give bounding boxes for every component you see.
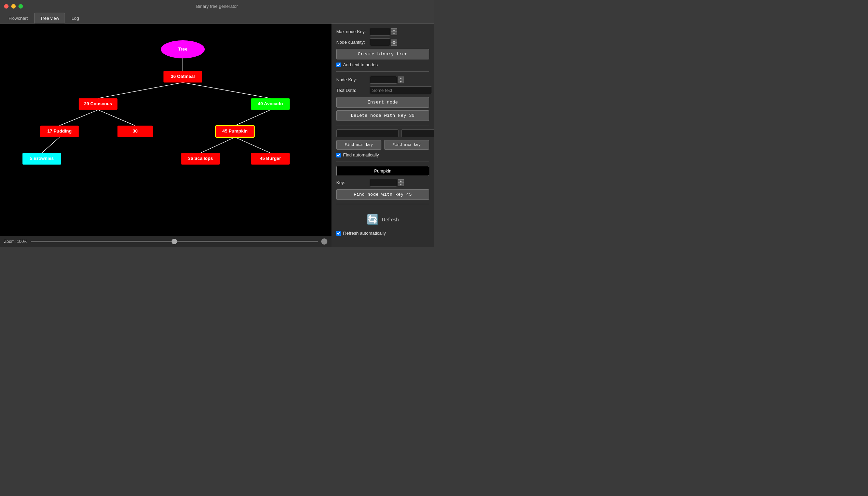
node-quantity-down[interactable]: ▼ bbox=[391, 42, 397, 46]
svg-line-8 bbox=[235, 137, 271, 153]
svg-text:5 Brownies: 5 Brownies bbox=[30, 156, 54, 161]
refresh-auto-row: Refresh automatically bbox=[336, 231, 429, 236]
min-max-inputs: 5 49 bbox=[336, 129, 429, 137]
find-auto-checkbox[interactable] bbox=[336, 153, 341, 157]
create-tree-button[interactable]: Create binary tree bbox=[336, 49, 429, 59]
tree-node-n30[interactable]: 30 bbox=[118, 126, 153, 137]
add-text-label: Add text to nodes bbox=[343, 62, 378, 67]
find-result-display: Pumpkin bbox=[336, 166, 429, 176]
node-key-row: Node Key: 30 ▲ ▼ bbox=[336, 76, 429, 84]
svg-text:36 Scallops: 36 Scallops bbox=[188, 156, 213, 161]
svg-text:36 Oatmeal: 36 Oatmeal bbox=[171, 74, 195, 79]
node-quantity-row: Node quantity: 10 ▲ ▼ bbox=[336, 38, 429, 46]
svg-line-5 bbox=[235, 110, 271, 126]
node-quantity-spin-btns: ▲ ▼ bbox=[391, 39, 397, 46]
delete-node-button[interactable]: Delete node with key 30 bbox=[336, 110, 429, 121]
find-min-button[interactable]: Find min key bbox=[336, 140, 381, 150]
find-node-button[interactable]: Find node with key 45 bbox=[336, 189, 429, 200]
max-node-key-down[interactable]: ▼ bbox=[391, 32, 397, 35]
minimize-button[interactable] bbox=[11, 4, 16, 9]
svg-text:45 Burger: 45 Burger bbox=[260, 156, 281, 161]
node-key-up[interactable]: ▲ bbox=[398, 77, 404, 80]
close-button[interactable] bbox=[4, 4, 9, 9]
tree-node-n45b[interactable]: 45 Burger bbox=[251, 153, 290, 165]
refresh-auto-checkbox[interactable] bbox=[336, 231, 341, 236]
find-key-spinner: 45 ▲ ▼ bbox=[370, 179, 404, 187]
svg-text:29 Couscous: 29 Couscous bbox=[84, 101, 112, 106]
max-node-key-label: Max node Key: bbox=[336, 29, 367, 34]
svg-text:49 Avocado: 49 Avocado bbox=[258, 101, 283, 106]
tree-node-n5[interactable]: 5 Brownies bbox=[23, 153, 61, 165]
svg-line-2 bbox=[183, 82, 270, 98]
find-auto-row: Find automatically bbox=[336, 152, 429, 157]
node-key-down[interactable]: ▼ bbox=[398, 80, 404, 83]
refresh-auto-label: Refresh automatically bbox=[343, 231, 386, 236]
maximize-button[interactable] bbox=[18, 4, 23, 9]
main-layout: Tree36 Oatmeal29 Couscous49 Avocado17 Pu… bbox=[0, 24, 434, 247]
tab-flowchart[interactable]: Flowchart bbox=[3, 13, 33, 24]
text-data-input[interactable] bbox=[370, 86, 432, 94]
refresh-label: Refresh bbox=[382, 217, 399, 222]
node-key-label: Node Key: bbox=[336, 77, 367, 82]
right-panel: Max node Key: 50 ▲ ▼ Node quantity: 10 ▲… bbox=[331, 24, 434, 247]
zoom-slider[interactable] bbox=[31, 241, 318, 242]
zoom-label: Zoom: 100% bbox=[4, 239, 27, 244]
node-key-spin-btns: ▲ ▼ bbox=[398, 77, 404, 83]
tabbar: Flowchart Tree view Log bbox=[0, 12, 434, 24]
divider-3 bbox=[336, 162, 429, 162]
divider-4 bbox=[336, 204, 429, 204]
svg-line-7 bbox=[201, 137, 235, 153]
max-node-key-spinner: 50 ▲ ▼ bbox=[370, 28, 397, 36]
tab-treeview[interactable]: Tree view bbox=[34, 13, 65, 24]
find-key-spin-btns: ▲ ▼ bbox=[398, 179, 404, 186]
text-data-label: Text Data: bbox=[336, 88, 367, 93]
svg-line-3 bbox=[59, 110, 98, 126]
window-controls bbox=[4, 4, 23, 9]
node-quantity-up[interactable]: ▲ bbox=[391, 39, 397, 42]
svg-text:Tree: Tree bbox=[178, 46, 187, 52]
find-key-up[interactable]: ▲ bbox=[398, 179, 404, 183]
svg-text:17 Pudding: 17 Pudding bbox=[47, 128, 71, 134]
zoom-handle[interactable] bbox=[321, 238, 327, 245]
insert-node-button[interactable]: Insert node bbox=[336, 97, 429, 108]
tree-node-n36[interactable]: 36 Oatmeal bbox=[163, 71, 202, 83]
tree-node-n49[interactable]: 49 Avocado bbox=[251, 98, 290, 110]
find-key-row: Key: 45 ▲ ▼ bbox=[336, 179, 429, 187]
max-key-input[interactable]: 49 bbox=[401, 129, 434, 137]
find-key-label: Key: bbox=[336, 180, 367, 185]
tree-node-n17[interactable]: 17 Pudding bbox=[40, 126, 79, 137]
titlebar: Binary tree generator bbox=[0, 0, 434, 12]
min-key-input[interactable]: 5 bbox=[336, 129, 398, 137]
node-key-spinner: 30 ▲ ▼ bbox=[370, 76, 404, 84]
tree-node-n45[interactable]: 45 Pumpkin bbox=[216, 126, 254, 137]
tree-node-n36s[interactable]: 36 Scallops bbox=[181, 153, 220, 165]
svg-line-4 bbox=[98, 110, 135, 126]
max-node-key-up[interactable]: ▲ bbox=[391, 28, 397, 32]
find-auto-label: Find automatically bbox=[343, 152, 379, 157]
text-data-row: Text Data: bbox=[336, 86, 429, 94]
node-quantity-label: Node quantity: bbox=[336, 40, 367, 45]
node-key-input[interactable]: 30 bbox=[370, 76, 397, 84]
max-node-key-row: Max node Key: 50 ▲ ▼ bbox=[336, 28, 429, 36]
find-key-down[interactable]: ▼ bbox=[398, 183, 404, 186]
window-title: Binary tree generator bbox=[196, 4, 238, 9]
tree-svg: Tree36 Oatmeal29 Couscous49 Avocado17 Pu… bbox=[0, 24, 331, 236]
find-key-input[interactable]: 45 bbox=[370, 179, 397, 187]
node-quantity-input[interactable]: 10 bbox=[370, 38, 390, 46]
node-quantity-spinner: 10 ▲ ▼ bbox=[370, 38, 397, 46]
refresh-section: 🔄 Refresh bbox=[336, 208, 429, 228]
find-max-button[interactable]: Find max key bbox=[384, 140, 429, 150]
divider-2 bbox=[336, 125, 429, 125]
tree-node-root[interactable]: Tree bbox=[161, 40, 205, 58]
canvas-area[interactable]: Tree36 Oatmeal29 Couscous49 Avocado17 Pu… bbox=[0, 24, 331, 247]
svg-line-6 bbox=[42, 137, 59, 153]
svg-text:45 Pumpkin: 45 Pumpkin bbox=[222, 128, 248, 134]
svg-line-1 bbox=[98, 82, 183, 98]
tree-node-n29[interactable]: 29 Couscous bbox=[79, 98, 118, 110]
max-node-key-spin-btns: ▲ ▼ bbox=[391, 28, 397, 35]
max-node-key-input[interactable]: 50 bbox=[370, 28, 390, 36]
divider-1 bbox=[336, 71, 429, 72]
tab-log[interactable]: Log bbox=[66, 13, 85, 24]
add-text-checkbox[interactable] bbox=[336, 63, 341, 67]
refresh-button[interactable]: 🔄 Refresh bbox=[361, 211, 404, 228]
